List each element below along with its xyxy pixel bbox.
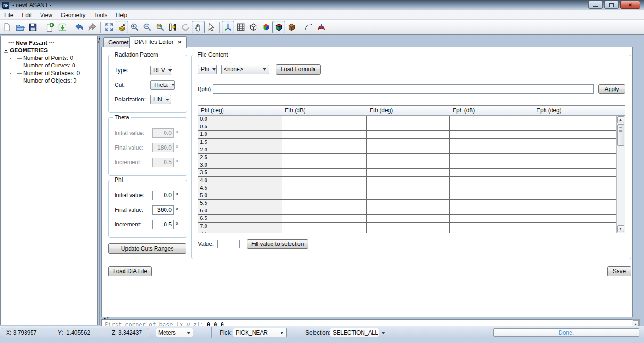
restore-button[interactable] [604,1,619,9]
table-cell[interactable] [450,230,534,233]
table-cell[interactable] [282,200,367,207]
value-input[interactable] [217,240,240,248]
table-cell[interactable] [282,184,367,192]
table-cell[interactable] [450,139,534,146]
tree-item[interactable]: Number of Points: 0 [10,54,97,62]
table-cell[interactable] [367,223,450,230]
table-cell[interactable] [282,169,367,176]
undo-icon[interactable] [73,21,86,33]
table-cell[interactable] [533,123,616,131]
row-header-cell[interactable]: 4.0 [198,177,282,184]
table-cell[interactable] [533,154,616,161]
table-cell[interactable] [533,139,616,146]
tab-dia-files-editor[interactable]: DIA Files Editor✕ [129,36,187,48]
panel-splitter[interactable]: ◄► [98,36,101,325]
center-object-icon[interactable] [166,21,179,33]
row-header-cell[interactable]: 1.5 [198,139,282,146]
pick-combobox[interactable]: PICK_NEAR [233,328,287,337]
load-formula-button[interactable]: Load Formula [276,64,321,75]
collapse-icon[interactable] [4,49,8,53]
row-header-cell[interactable]: 4.5 [198,184,282,192]
import-icon[interactable] [56,21,69,33]
cursor-icon[interactable] [205,21,217,33]
fit-view-icon[interactable] [103,21,116,33]
tree-node-geometries[interactable]: GEOMETRIES [4,47,97,54]
table-cell[interactable] [367,169,450,176]
menu-item-geometry[interactable]: Geometry [57,10,90,20]
new-file-icon[interactable] [1,21,14,33]
textured-cube-icon[interactable] [285,21,298,33]
table-cell[interactable] [533,169,616,176]
tree-item[interactable]: Number of Curves: 0 [10,62,97,69]
table-cell[interactable] [367,139,450,146]
shaded-cube-icon[interactable] [260,21,272,33]
table-cell[interactable] [533,200,616,207]
table-cell[interactable] [282,116,367,123]
table-cell[interactable] [450,184,534,192]
table-column-header[interactable]: Phi (deg) [198,106,282,115]
minimize-button[interactable] [588,1,603,9]
table-cell[interactable] [450,207,534,215]
table-cell[interactable] [282,192,367,200]
row-header-cell[interactable]: 5.0 [198,192,282,200]
tree-root-item[interactable]: --- New Fasant --- [4,39,97,47]
formula-combobox[interactable]: <none> [221,65,269,74]
table-scrollbar[interactable]: ▲ ▼ [616,116,625,233]
table-cell[interactable] [282,161,367,169]
pan-icon[interactable] [192,21,205,33]
fill-value-button[interactable]: Fill value to selection [247,239,308,249]
table-cell[interactable] [282,230,367,233]
table-cell[interactable] [367,184,450,192]
row-header-cell[interactable]: 7.5 [198,230,282,233]
table-cell[interactable] [450,154,534,161]
close-button[interactable]: ✕ [620,1,640,9]
scroll-down-icon[interactable]: ▼ [617,225,624,232]
units-combobox[interactable]: Meters [156,328,193,337]
table-cell[interactable] [533,146,616,154]
table-cell[interactable] [367,177,450,184]
table-cell[interactable] [367,116,450,123]
fphi-input[interactable] [213,84,594,94]
wireframe-cube-icon[interactable] [247,21,260,33]
table-cell[interactable] [450,200,534,207]
apply-button[interactable]: Apply [598,84,625,94]
curve-tool-icon[interactable] [302,21,315,33]
table-cell[interactable] [450,146,534,154]
table-cell[interactable] [367,123,450,131]
table-cell[interactable] [533,230,616,233]
table-cell[interactable] [282,154,367,161]
row-header-cell[interactable]: 0.5 [198,123,282,131]
axes-icon[interactable] [222,21,234,33]
zoom-window-icon[interactable] [154,21,166,33]
row-header-cell[interactable]: 3.5 [198,169,282,176]
row-header-cell[interactable]: 0.0 [198,116,282,123]
phi-increment-input[interactable] [152,220,174,229]
menu-item-edit[interactable]: Edit [17,10,36,20]
table-column-header[interactable]: Eph (deg) [534,106,617,115]
row-header-cell[interactable]: 7.0 [198,223,282,230]
table-cell[interactable] [367,192,450,200]
row-header-cell[interactable]: 1.0 [198,131,282,138]
row-header-cell[interactable]: 2.5 [198,154,282,161]
table-cell[interactable] [533,184,616,192]
table-cell[interactable] [367,200,450,207]
table-column-header[interactable]: Eth (deg) [367,106,450,115]
shaded-edges-cube-icon[interactable] [272,21,285,33]
selection-combobox[interactable]: SELECTION_ALL [330,328,379,337]
scroll-up-icon[interactable]: ▲ [617,116,624,123]
table-cell[interactable] [367,207,450,215]
tree-item[interactable]: Number of Objects: 0 [10,77,97,84]
table-cell[interactable] [450,192,534,200]
menu-item-tools[interactable]: Tools [90,10,112,20]
redo-icon[interactable] [86,21,99,33]
menu-item-file[interactable]: File [0,10,17,20]
table-cell[interactable] [533,215,616,222]
table-cell[interactable] [450,215,534,222]
open-folder-icon[interactable] [14,21,26,33]
row-header-cell[interactable]: 5.5 [198,200,282,207]
table-cell[interactable] [367,230,450,233]
table-cell[interactable] [282,131,367,138]
type-combobox[interactable]: REV [150,66,171,75]
table-cell[interactable] [450,131,534,138]
table-column-header[interactable]: Eth (dB) [282,106,367,115]
